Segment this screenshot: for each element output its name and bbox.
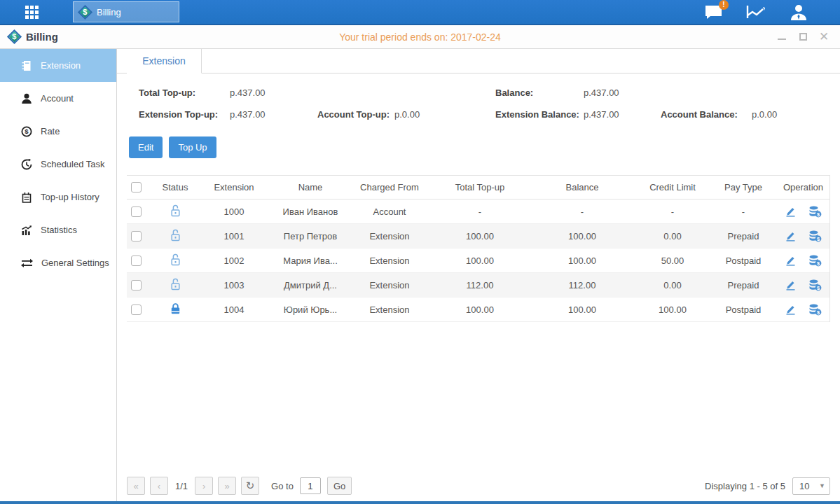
displaying-info: Displaying 1 - 5 of 5 [705, 481, 785, 491]
user-menu-button[interactable] [790, 4, 808, 20]
goto-page-input[interactable] [300, 477, 321, 494]
prev-page-button[interactable]: ‹ [150, 477, 168, 495]
table-header: Status Extension Name Charged From Total… [127, 175, 829, 200]
status-lock-icon [170, 253, 181, 268]
table-row: 1004 Юрий Юрь... Extension 100.00 100.00… [127, 298, 829, 322]
sidebar-item-label: Rate [41, 126, 60, 136]
next-page-button[interactable]: › [195, 477, 213, 495]
row-edit-icon[interactable] [785, 206, 797, 218]
cell-pay-type: - [710, 206, 777, 217]
page-indicator: 1/1 [175, 481, 188, 491]
cell-name: Мария Ива... [273, 255, 348, 266]
topup-history-icon [21, 192, 32, 203]
sidebar-item-scheduled-task[interactable]: Scheduled Task [0, 148, 116, 181]
row-edit-icon[interactable] [785, 255, 797, 267]
maximize-icon [799, 33, 807, 41]
refresh-button[interactable]: ↻ [241, 477, 259, 495]
column-pay-type: Pay Type [710, 182, 777, 192]
close-button[interactable]: ✕ [819, 32, 829, 42]
row-checkbox[interactable] [131, 255, 142, 266]
sidebar-item-rate[interactable]: $ Rate [0, 115, 116, 148]
page-size-select[interactable]: 10 ▼ [792, 477, 830, 495]
extension-topup-value: p.437.00 [230, 109, 266, 120]
sidebar-item-topup-history[interactable]: Top-up History [0, 181, 116, 214]
cell-charged-from: Extension [348, 280, 431, 290]
row-topup-icon[interactable]: $ [808, 230, 822, 242]
first-page-button[interactable]: « [127, 477, 145, 495]
row-edit-icon[interactable] [785, 304, 797, 316]
user-icon [790, 4, 808, 20]
sidebar-item-label: Extension [41, 60, 81, 71]
status-lock-icon [170, 204, 181, 219]
taskbar-billing-app[interactable]: $ Billing [73, 1, 179, 22]
desktop-edge [0, 501, 840, 504]
account-balance-label: Account Balance: [661, 109, 738, 120]
tab-bar: Extension [117, 49, 840, 74]
column-credit-limit: Credit Limit [635, 182, 710, 192]
row-checkbox[interactable] [131, 304, 142, 315]
row-checkbox[interactable] [131, 206, 142, 217]
general-settings-icon [21, 258, 33, 269]
row-edit-icon[interactable] [785, 279, 797, 291]
column-name: Name [273, 182, 348, 192]
minimize-icon [778, 38, 786, 40]
goto-label: Go to [271, 481, 294, 491]
cell-total-topup: 112.00 [431, 280, 529, 290]
cell-name: Юрий Юрь... [273, 304, 348, 315]
minimize-button[interactable] [777, 32, 787, 42]
app-grid-button[interactable] [22, 3, 41, 21]
sidebar-item-statistics[interactable]: Statistics [0, 214, 116, 246]
cell-balance: 112.00 [529, 280, 635, 290]
next-page-icon: › [202, 481, 205, 491]
extension-topup-label: Extension Top-up: [139, 109, 218, 120]
account-topup-value: p.0.00 [394, 109, 420, 120]
row-edit-icon[interactable] [785, 230, 797, 242]
row-topup-icon[interactable]: $ [808, 279, 822, 291]
window-title: Billing [26, 31, 58, 43]
messages-button[interactable]: ! [705, 5, 722, 20]
account-balance-value: p.0.00 [752, 109, 777, 120]
cell-pay-type: Postpaid [710, 255, 777, 266]
cell-balance: 100.00 [529, 255, 635, 266]
cell-name: Дмитрий Д... [273, 280, 348, 290]
tab-extension[interactable]: Extension [127, 49, 202, 74]
cell-charged-from: Extension [348, 304, 431, 315]
sidebar-item-general-settings[interactable]: General Settings [0, 246, 116, 279]
sidebar-item-extension[interactable]: Extension [0, 49, 116, 82]
table-row: 1002 Мария Ива... Extension 100.00 100.0… [127, 248, 829, 273]
cell-pay-type: Prepaid [710, 231, 777, 241]
prev-page-icon: ‹ [158, 481, 160, 491]
page-size-value: 10 [799, 481, 809, 491]
cell-total-topup: 100.00 [431, 255, 529, 266]
cell-pay-type: Prepaid [710, 280, 777, 290]
go-button[interactable]: Go [327, 477, 352, 495]
cell-extension: 1000 [195, 206, 273, 217]
chevron-down-icon: ▼ [819, 482, 829, 489]
row-topup-icon[interactable]: $ [808, 255, 822, 267]
row-checkbox[interactable] [131, 280, 142, 290]
edit-button[interactable]: Edit [129, 136, 163, 158]
account-topup-label: Account Top-up: [317, 109, 390, 120]
cell-extension: 1003 [195, 280, 273, 290]
cell-name: Петр Петров [273, 231, 348, 241]
row-topup-icon[interactable]: $ [808, 206, 822, 218]
extension-balance-value: p.437.00 [584, 109, 619, 120]
app-grid-icon [25, 6, 39, 19]
svg-text:$: $ [25, 127, 29, 135]
row-checkbox[interactable] [131, 231, 142, 241]
extension-icon [21, 60, 32, 71]
status-lock-icon [170, 278, 181, 293]
reports-button[interactable] [746, 4, 766, 20]
select-all-checkbox[interactable] [131, 182, 142, 192]
total-topup-value: p.437.00 [230, 88, 266, 98]
last-page-icon: » [224, 481, 229, 491]
maximize-button[interactable] [798, 32, 808, 42]
row-topup-icon[interactable]: $ [808, 304, 822, 316]
content-panel: Extension Total Top-up: p.437.00 Balance… [117, 49, 840, 501]
cell-extension: 1004 [195, 304, 273, 315]
sidebar-item-account[interactable]: Account [0, 82, 116, 115]
sidebar-item-label: Account [41, 93, 74, 104]
sidebar-item-label: Statistics [41, 225, 77, 235]
topup-button[interactable]: Top Up [169, 136, 216, 158]
last-page-button[interactable]: » [218, 477, 236, 495]
